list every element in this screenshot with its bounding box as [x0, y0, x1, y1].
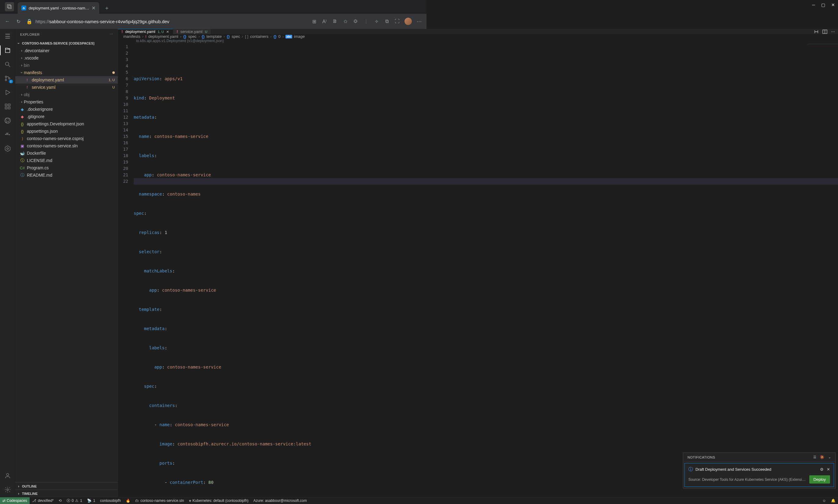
search-icon[interactable]	[3, 60, 12, 69]
svg-point-18	[7, 148, 8, 149]
extensions-icon[interactable]	[3, 102, 12, 111]
code-editor[interactable]: 12345678910111213141516171819202122 apiV…	[118, 43, 426, 256]
tree-file-service[interactable]: !service.yamlU	[15, 84, 118, 91]
tab-deployment[interactable]: ! deployment.yaml 1, U ×	[118, 29, 173, 34]
svg-rect-10	[8, 104, 10, 106]
tree-file-deployment[interactable]: !deployment.yaml1, U	[15, 76, 118, 84]
breadcrumb[interactable]: manifests› !deployment.yaml› {}spec› {}t…	[118, 34, 426, 39]
source-control-icon[interactable]: 2	[3, 74, 12, 83]
browser-menu-icon[interactable]: ⋯	[416, 19, 422, 24]
svg-rect-14	[7, 134, 8, 135]
svg-rect-8	[5, 107, 7, 109]
collections-icon[interactable]: ⧉	[384, 19, 390, 24]
extensions-addr-icon[interactable]: ⊞	[311, 19, 317, 24]
svg-rect-7	[5, 104, 7, 106]
explorer-icon[interactable]	[3, 46, 12, 55]
tree-folder-obj[interactable]: ›obj	[15, 91, 118, 98]
yaml-file-icon: !	[177, 29, 178, 34]
new-tab-button[interactable]: ＋	[102, 3, 111, 13]
modified-dot-icon	[112, 71, 115, 74]
svg-rect-16	[7, 133, 8, 134]
close-tab-icon[interactable]: ×	[167, 29, 169, 34]
tree-file-dockerignore[interactable]: ◆.dockerignore	[15, 106, 118, 113]
svg-point-5	[5, 79, 7, 81]
reader-icon[interactable]: 🗎	[332, 19, 338, 24]
tree-file-program[interactable]: C#Program.cs	[15, 164, 118, 172]
svg-rect-1	[8, 5, 11, 8]
vscode-favicon-icon: ⬘	[21, 5, 26, 11]
tree-file-dockerfile[interactable]: 🐋Dockerfile	[15, 149, 118, 157]
yaml-file-icon: !	[24, 85, 30, 90]
tree-folder-devcontainer[interactable]: ›.devcontainer	[15, 47, 118, 54]
nav-back-icon[interactable]: ←	[4, 19, 11, 24]
browser-tab[interactable]: ⬘ deployment.yaml - contoso-nam… ✕	[18, 2, 99, 14]
activity-bar: ☰ 2	[0, 29, 15, 256]
file-tree: ›.devcontainer ›.vscode ›bin ›manifests …	[15, 47, 118, 256]
workspace-section-header[interactable]: › CONTOSO-NAMES-SERVICE [CODESPACES]	[15, 40, 118, 47]
tab-label: deployment.yaml	[125, 29, 155, 34]
favorites-bar-icon[interactable]: ✧	[373, 19, 380, 24]
svg-rect-15	[6, 133, 7, 134]
tree-file-appsettings-dev[interactable]: {}appsettings.Development.json	[15, 120, 118, 127]
read-aloud-icon[interactable]: A⁾	[321, 19, 328, 24]
profile-avatar-icon[interactable]	[404, 18, 412, 25]
svg-point-2	[5, 62, 8, 66]
close-tab-icon[interactable]: ✕	[92, 5, 95, 11]
nav-refresh-icon[interactable]: ↻	[15, 19, 21, 24]
scm-badge: 2	[9, 79, 13, 83]
yaml-file-icon: !	[145, 35, 146, 38]
string-type-icon: abc	[285, 35, 292, 38]
editor-tabs: ! deployment.yaml 1, U × ! service.yaml …	[118, 29, 426, 34]
svg-rect-0	[7, 4, 11, 7]
explorer-more-icon[interactable]: ⋯	[110, 32, 113, 36]
address-bar[interactable]: 🔒 https://sabbour-contoso-names-service-…	[26, 19, 306, 24]
screenshot-icon[interactable]: ⛶	[394, 19, 400, 24]
explorer-sidebar: EXPLORER ⋯ › CONTOSO-NAMES-SERVICE [CODE…	[15, 29, 118, 256]
tree-file-sln[interactable]: ▣contoso-names-service.sln	[15, 142, 118, 149]
svg-line-3	[8, 65, 10, 67]
svg-rect-9	[8, 107, 10, 109]
tab-label: service.yaml	[180, 29, 203, 34]
svg-rect-12	[5, 134, 6, 135]
tree-file-license[interactable]: ⓘLICENSE.md	[15, 157, 118, 164]
run-debug-icon[interactable]	[3, 88, 12, 97]
tree-folder-manifests[interactable]: ›manifests	[15, 69, 118, 76]
tree-folder-bin[interactable]: ›bin	[15, 61, 118, 69]
browser-tabs-icon[interactable]	[5, 2, 14, 11]
svg-rect-13	[6, 134, 7, 135]
favorite-icon[interactable]: ✩	[342, 19, 348, 24]
url-scheme: https://	[35, 19, 49, 24]
menu-icon[interactable]: ☰	[3, 32, 12, 40]
puzzle-icon[interactable]: ⯐	[353, 19, 359, 24]
tree-file-appsettings[interactable]: {}appsettings.json	[15, 127, 118, 135]
explorer-title: EXPLORER	[20, 33, 40, 36]
tree-folder-vscode[interactable]: ›.vscode	[15, 54, 118, 61]
docker-icon[interactable]	[3, 130, 12, 139]
url-host: sabbour-contoso-names-service-r4vw5p4jq2…	[49, 19, 170, 24]
schema-hint[interactable]: io.k8s.api.apps.v1.Deployment (v1@deploy…	[118, 39, 426, 43]
svg-point-6	[8, 78, 10, 79]
kubernetes-icon[interactable]	[3, 144, 12, 153]
tree-file-csproj[interactable]: ⟩contoso-names-service.csproj	[15, 135, 118, 142]
tab-service[interactable]: ! service.yaml U	[173, 29, 212, 34]
browser-tab-title: deployment.yaml - contoso-nam…	[29, 6, 89, 11]
lock-icon: 🔒	[26, 19, 32, 24]
line-gutter: 12345678910111213141516171819202122	[118, 43, 134, 256]
tree-folder-properties[interactable]: ›Properties	[15, 98, 118, 106]
workspace-name: CONTOSO-NAMES-SERVICE [CODESPACES]	[22, 41, 94, 45]
yaml-file-icon: !	[24, 78, 30, 83]
code-content[interactable]: apiVersion: apps/v1 kind: Deployment met…	[134, 43, 426, 256]
yaml-file-icon: !	[122, 29, 123, 34]
tree-file-gitignore[interactable]: ◆.gitignore	[15, 113, 118, 120]
svg-point-4	[5, 76, 7, 77]
tree-file-readme[interactable]: ⓘREADME.md	[15, 172, 118, 179]
github-icon[interactable]	[3, 116, 12, 125]
svg-marker-17	[5, 146, 10, 151]
